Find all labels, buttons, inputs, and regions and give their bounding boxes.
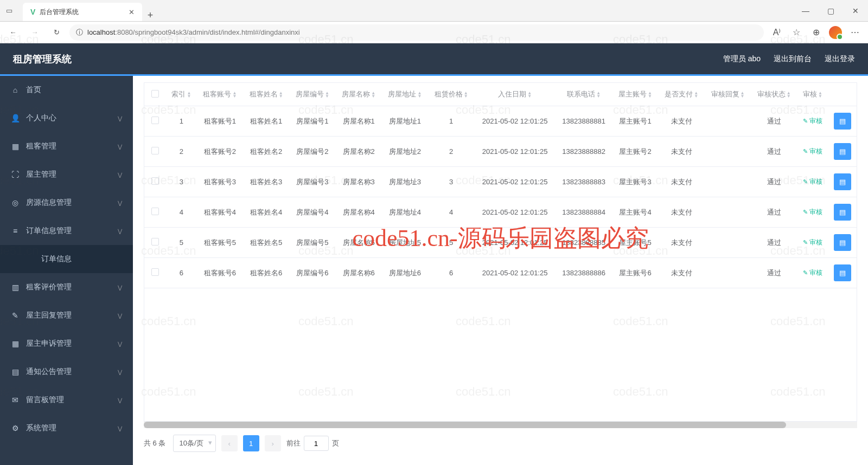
sidebar-item-12[interactable]: ⚙ 系统管理 ⋁ bbox=[0, 414, 133, 442]
detail-button[interactable]: ▤ bbox=[834, 173, 851, 190]
sort-icon[interactable]: ▲▼ bbox=[417, 92, 422, 98]
column-header-11[interactable]: 是否支付▲▼ bbox=[659, 83, 705, 106]
sort-icon[interactable]: ▲▼ bbox=[787, 92, 791, 98]
column-header-6[interactable]: 房屋地址▲▼ bbox=[382, 83, 428, 106]
row-checkbox[interactable] bbox=[151, 177, 159, 185]
page-jump-suffix: 页 bbox=[332, 438, 339, 448]
sort-icon[interactable]: ▲▼ bbox=[818, 92, 822, 98]
page-next-button[interactable]: › bbox=[265, 435, 281, 451]
cell: 房屋名称2 bbox=[336, 137, 382, 167]
cell: 未支付 bbox=[659, 106, 705, 137]
tab-actions-icon[interactable]: ▭ bbox=[0, 0, 18, 21]
sort-icon[interactable]: ▲▼ bbox=[232, 92, 237, 98]
detail-button[interactable]: ▤ bbox=[834, 143, 851, 160]
cell: 房屋编号1 bbox=[289, 106, 335, 137]
window-maximize-icon[interactable]: ▢ bbox=[818, 0, 843, 21]
column-header-14[interactable]: 审核▲▼ bbox=[797, 83, 828, 106]
audit-link[interactable]: 审核 bbox=[803, 269, 822, 276]
audit-link[interactable]: 审核 bbox=[803, 147, 822, 155]
audit-link[interactable]: 审核 bbox=[803, 178, 822, 185]
nav-back-icon[interactable]: ← bbox=[4, 24, 22, 41]
row-checkbox[interactable] bbox=[151, 208, 159, 215]
cell: 房屋名称5 bbox=[336, 228, 382, 258]
column-header-1[interactable]: 索引▲▼ bbox=[166, 83, 197, 106]
sidebar-item-1[interactable]: 👤 个人中心 ⋁ bbox=[0, 104, 133, 132]
cell: 13823888885 bbox=[556, 228, 612, 258]
column-header-9[interactable]: 联系电话▲▼ bbox=[556, 83, 612, 106]
site-info-icon[interactable]: ⓘ bbox=[76, 28, 83, 37]
column-header-4[interactable]: 房屋编号▲▼ bbox=[289, 83, 335, 106]
audit-link[interactable]: 审核 bbox=[803, 117, 822, 125]
row-checkbox[interactable] bbox=[151, 268, 159, 276]
url-input[interactable]: ⓘ localhost:8080/springboot94sk3/admin/d… bbox=[69, 24, 764, 41]
page-number-1[interactable]: 1 bbox=[243, 435, 259, 451]
sort-icon[interactable]: ▲▼ bbox=[279, 92, 283, 98]
sort-icon[interactable]: ▲▼ bbox=[596, 92, 601, 98]
more-icon[interactable]: ⋯ bbox=[846, 24, 864, 41]
horizontal-scrollbar[interactable] bbox=[144, 422, 857, 428]
sort-icon[interactable]: ▲▼ bbox=[527, 92, 532, 98]
detail-button[interactable]: ▤ bbox=[834, 204, 851, 221]
sidebar-item-11[interactable]: ✉ 留言板管理 ⋁ bbox=[0, 386, 133, 414]
row-checkbox[interactable] bbox=[151, 147, 159, 154]
column-header-8[interactable]: 入住日期▲▼ bbox=[474, 83, 556, 106]
page-prev-button[interactable]: ‹ bbox=[221, 435, 238, 451]
cell: 租客姓名6 bbox=[243, 258, 289, 288]
sidebar-item-7[interactable]: ▥ 租客评价管理 ⋁ bbox=[0, 273, 133, 301]
cell: ▤ bbox=[828, 258, 857, 288]
browser-tab-bar: ▭ V 后台管理系统 ✕ + ― ▢ ✕ bbox=[0, 0, 868, 22]
page-size-select[interactable]: 10条/页 bbox=[173, 435, 215, 452]
audit-link[interactable]: 审核 bbox=[803, 238, 822, 246]
sidebar-item-3[interactable]: ⛶ 屋主管理 ⋁ bbox=[0, 160, 133, 189]
column-header-5[interactable]: 房屋名称▲▼ bbox=[336, 83, 382, 106]
sidebar-item-10[interactable]: ▤ 通知公告管理 ⋁ bbox=[0, 358, 133, 386]
nav-refresh-icon[interactable]: ↻ bbox=[48, 24, 65, 41]
detail-button[interactable]: ▤ bbox=[834, 264, 851, 281]
sidebar-item-5[interactable]: ≡ 订单信息管理 ⋁ bbox=[0, 217, 133, 245]
tab-title: 后台管理系统 bbox=[40, 8, 124, 17]
column-header-2[interactable]: 租客账号▲▼ bbox=[197, 83, 243, 106]
sidebar-item-9[interactable]: ▦ 屋主申诉管理 ⋁ bbox=[0, 330, 133, 358]
sort-icon[interactable]: ▲▼ bbox=[648, 92, 652, 98]
sidebar-label: 租客评价管理 bbox=[26, 282, 111, 292]
sort-icon[interactable]: ▲▼ bbox=[325, 92, 329, 98]
tab-close-icon[interactable]: ✕ bbox=[129, 8, 135, 16]
header-to-front[interactable]: 退出到前台 bbox=[774, 54, 812, 64]
scrollbar-thumb[interactable] bbox=[144, 422, 786, 428]
read-aloud-icon[interactable]: A⁾ bbox=[768, 24, 786, 41]
sort-icon[interactable]: ▲▼ bbox=[741, 92, 745, 98]
audit-link[interactable]: 审核 bbox=[803, 208, 822, 216]
cell: 房屋编号6 bbox=[289, 258, 335, 288]
row-checkbox[interactable] bbox=[151, 117, 159, 124]
window-minimize-icon[interactable]: ― bbox=[793, 0, 818, 21]
column-header-7[interactable]: 租赁价格▲▼ bbox=[428, 83, 474, 106]
header-logout[interactable]: 退出登录 bbox=[825, 54, 855, 64]
select-all-checkbox[interactable] bbox=[151, 90, 159, 98]
sort-icon[interactable]: ▲▼ bbox=[371, 92, 375, 98]
detail-button[interactable]: ▤ bbox=[834, 113, 851, 130]
sort-icon[interactable]: ▲▼ bbox=[187, 92, 191, 98]
column-header-10[interactable]: 屋主账号▲▼ bbox=[612, 83, 658, 106]
sidebar-item-6[interactable]: 订单信息 bbox=[0, 245, 133, 273]
sort-icon[interactable]: ▲▼ bbox=[464, 92, 468, 98]
profile-icon[interactable] bbox=[827, 24, 844, 41]
sort-icon[interactable]: ▲▼ bbox=[694, 92, 698, 98]
row-checkbox[interactable] bbox=[151, 238, 159, 246]
sidebar-item-0[interactable]: ⌂ 首页 bbox=[0, 76, 133, 104]
detail-button[interactable]: ▤ bbox=[834, 234, 851, 251]
window-close-icon[interactable]: ✕ bbox=[843, 0, 868, 21]
sidebar-item-4[interactable]: ◎ 房源信息管理 ⋁ bbox=[0, 189, 133, 217]
column-header-12[interactable]: 审核回复▲▼ bbox=[705, 83, 751, 106]
favorite-icon[interactable]: ☆ bbox=[788, 24, 805, 41]
browser-tab[interactable]: V 后台管理系统 ✕ bbox=[23, 3, 142, 21]
column-header-3[interactable]: 租客姓名▲▼ bbox=[243, 83, 289, 106]
new-tab-button[interactable]: + bbox=[142, 10, 158, 21]
cell: 租客账号1 bbox=[197, 106, 243, 137]
collections-icon[interactable]: ⊕ bbox=[807, 24, 825, 41]
column-header-13[interactable]: 审核状态▲▼ bbox=[751, 83, 797, 106]
header-user[interactable]: 管理员 abo bbox=[723, 54, 761, 64]
page-jump-input[interactable] bbox=[304, 436, 329, 451]
sidebar-item-8[interactable]: ✎ 屋主回复管理 ⋁ bbox=[0, 301, 133, 330]
cell: 租客账号3 bbox=[197, 167, 243, 197]
sidebar-item-2[interactable]: ▦ 租客管理 ⋁ bbox=[0, 132, 133, 160]
